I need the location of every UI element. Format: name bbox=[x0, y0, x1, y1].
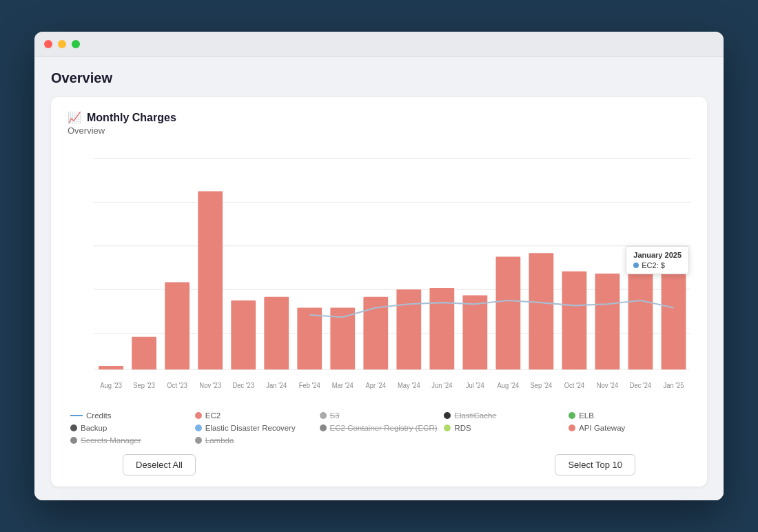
close-button[interactable] bbox=[44, 40, 52, 48]
legend-ecr-icon bbox=[320, 424, 327, 431]
legend-edr-label: Elastic Disaster Recovery bbox=[205, 424, 296, 432]
svg-rect-10 bbox=[231, 300, 256, 369]
svg-text:Nov '23: Nov '23 bbox=[199, 381, 221, 389]
deselect-all-button[interactable]: Deselect All bbox=[123, 454, 196, 475]
svg-text:Jul '24: Jul '24 bbox=[466, 381, 484, 389]
svg-text:Oct '23: Oct '23 bbox=[167, 381, 187, 389]
svg-rect-7 bbox=[132, 337, 156, 370]
legend-ec2-icon bbox=[195, 412, 202, 419]
svg-text:Oct '24: Oct '24 bbox=[564, 381, 585, 389]
page-content: Overview 📈 Monthly Charges Overview bbox=[34, 57, 724, 500]
svg-rect-15 bbox=[396, 289, 421, 369]
svg-rect-20 bbox=[562, 272, 587, 370]
button-row: Deselect All Select Top 10 bbox=[68, 454, 690, 475]
svg-rect-18 bbox=[496, 257, 521, 370]
svg-rect-11 bbox=[264, 297, 289, 370]
monthly-charges-card: 📈 Monthly Charges Overview bbox=[51, 97, 707, 487]
svg-rect-9 bbox=[198, 192, 223, 370]
maximize-button[interactable] bbox=[72, 40, 80, 48]
legend-secrets: Secrets Manager bbox=[70, 436, 190, 444]
legend-elb-icon bbox=[568, 412, 575, 419]
legend-lambda-icon bbox=[195, 437, 202, 444]
chart-tooltip: January 2025 EC2: $ bbox=[626, 246, 689, 274]
svg-rect-23 bbox=[662, 269, 686, 370]
legend-elasticache-icon bbox=[444, 412, 451, 419]
legend-credits-label: Credits bbox=[86, 411, 111, 420]
legend-secrets-icon bbox=[70, 437, 77, 444]
svg-text:Jan '25: Jan '25 bbox=[663, 381, 684, 389]
legend-elasticache: ElastiCache bbox=[444, 411, 563, 420]
svg-rect-16 bbox=[429, 288, 454, 369]
svg-rect-21 bbox=[595, 274, 620, 369]
svg-text:Jun '24: Jun '24 bbox=[431, 381, 452, 389]
legend-apigateway-icon bbox=[568, 424, 575, 431]
card-subtitle: Overview bbox=[68, 125, 690, 136]
legend-lambda: Lambda bbox=[195, 436, 314, 444]
svg-text:May '24: May '24 bbox=[398, 381, 420, 389]
legend-backup-label: Backup bbox=[81, 424, 107, 432]
legend-apigateway: API Gateway bbox=[568, 424, 688, 432]
tooltip-label: EC2: $ bbox=[642, 261, 665, 269]
legend-ecr-label: EC2 Container Registry (ECR) bbox=[330, 424, 438, 432]
legend-rds-icon bbox=[444, 424, 451, 431]
legend-elasticache-label: ElastiCache bbox=[454, 411, 496, 420]
legend-area: Credits EC2 S3 ElastiCache ELB bbox=[68, 411, 690, 444]
legend-elb: ELB bbox=[568, 411, 688, 420]
tooltip-row: EC2: $ bbox=[633, 261, 682, 269]
legend-edr: Elastic Disaster Recovery bbox=[195, 424, 314, 432]
card-title: Monthly Charges bbox=[87, 112, 176, 124]
svg-rect-12 bbox=[297, 308, 322, 370]
legend-rds-label: RDS bbox=[454, 424, 471, 432]
svg-text:Sep '24: Sep '24 bbox=[531, 381, 553, 389]
svg-rect-22 bbox=[628, 266, 653, 369]
legend-rds: RDS bbox=[444, 424, 563, 432]
chart-area: Aug '23 Sep '23 Oct '23 Nov '23 Dec '23 … bbox=[68, 144, 690, 406]
legend-secrets-label: Secrets Manager bbox=[81, 436, 141, 444]
tooltip-title: January 2025 bbox=[633, 251, 682, 259]
svg-rect-17 bbox=[462, 296, 487, 370]
legend-ec2-label: EC2 bbox=[205, 411, 221, 420]
svg-text:Jan '24: Jan '24 bbox=[266, 381, 287, 389]
legend-lambda-label: Lambda bbox=[205, 436, 234, 444]
legend-backup: Backup bbox=[70, 424, 190, 432]
chart-icon: 📈 bbox=[68, 111, 81, 124]
select-top-button[interactable]: Select Top 10 bbox=[555, 454, 635, 475]
legend-elb-label: ELB bbox=[579, 411, 594, 420]
legend-ecr: EC2 Container Registry (ECR) bbox=[320, 424, 439, 432]
bar-chart: Aug '23 Sep '23 Oct '23 Nov '23 Dec '23 … bbox=[68, 144, 690, 406]
legend-credits-icon bbox=[70, 415, 83, 416]
svg-text:Mar '24: Mar '24 bbox=[332, 381, 354, 389]
tooltip-dot bbox=[633, 263, 639, 268]
app-window: Overview 📈 Monthly Charges Overview bbox=[34, 32, 724, 500]
svg-text:Sep '23: Sep '23 bbox=[133, 381, 155, 389]
svg-text:Dec '23: Dec '23 bbox=[232, 381, 254, 389]
svg-text:Aug '24: Aug '24 bbox=[498, 381, 520, 389]
svg-rect-19 bbox=[529, 253, 554, 369]
legend-ec2: EC2 bbox=[195, 411, 314, 420]
legend-s3-icon bbox=[320, 412, 327, 419]
legend-backup-icon bbox=[70, 424, 77, 431]
legend-credits: Credits bbox=[70, 411, 190, 420]
svg-rect-8 bbox=[165, 283, 190, 370]
legend-s3: S3 bbox=[320, 411, 439, 420]
titlebar bbox=[34, 32, 724, 57]
minimize-button[interactable] bbox=[58, 40, 66, 48]
legend-apigateway-label: API Gateway bbox=[579, 424, 625, 432]
svg-text:Feb '24: Feb '24 bbox=[299, 381, 321, 389]
svg-text:Nov '24: Nov '24 bbox=[597, 381, 619, 389]
legend-s3-label: S3 bbox=[330, 411, 340, 420]
card-header: 📈 Monthly Charges bbox=[68, 111, 690, 124]
page-title: Overview bbox=[51, 70, 707, 86]
svg-rect-6 bbox=[99, 366, 123, 369]
legend-edr-icon bbox=[195, 424, 202, 431]
svg-text:Apr '24: Apr '24 bbox=[366, 381, 387, 389]
svg-text:Aug '23: Aug '23 bbox=[100, 381, 122, 389]
svg-text:Dec '24: Dec '24 bbox=[630, 381, 652, 389]
